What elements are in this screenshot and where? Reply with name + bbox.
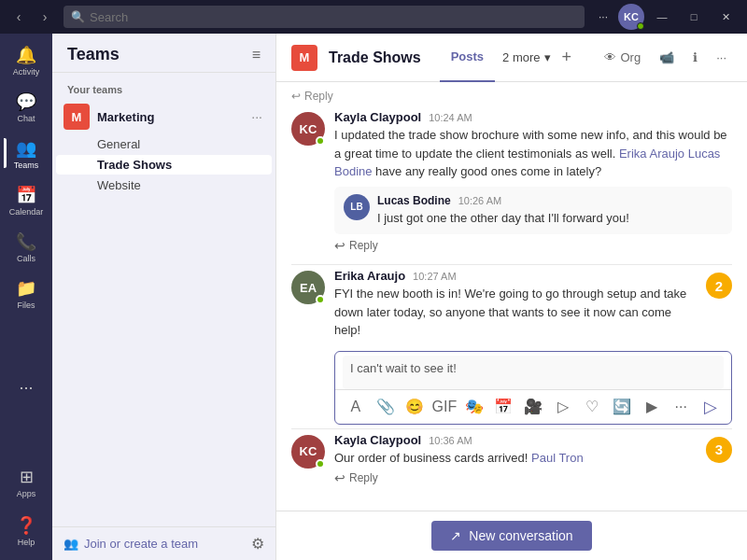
channel-avatar: M <box>291 45 317 71</box>
main-layout: 🔔 Activity 💬 Chat 👥 Teams 📅 Calendar 📞 C… <box>0 34 747 560</box>
messages-area[interactable]: ↩ Reply KC Kayla Claypool 10:24 AM I upd… <box>276 82 747 511</box>
team-item-marketing[interactable]: M Marketing ··· <box>56 100 272 133</box>
reply-button[interactable]: ↩ Reply <box>334 238 378 253</box>
tab-more[interactable]: 2 more ▾ <box>495 34 557 82</box>
sidebar-item-files[interactable]: 📁 Files <box>4 273 49 315</box>
info-button[interactable]: ℹ <box>687 47 703 68</box>
back-button[interactable]: ‹ <box>7 6 30 28</box>
reply-line: ↩ Reply <box>291 90 732 103</box>
main-content: M Trade Shows Posts 2 more ▾ + 👁 Org 📹 <box>276 34 747 560</box>
meet-button[interactable]: 🎥 <box>520 394 546 420</box>
channel-item-general[interactable]: General <box>56 134 272 154</box>
tab-posts[interactable]: Posts <box>440 34 495 82</box>
message-text: FYI the new booth is in! We're going to … <box>334 285 697 340</box>
forward-button[interactable]: › <box>34 6 56 28</box>
search-wrap: 🔍 <box>63 6 585 28</box>
gif-button[interactable]: GIF <box>431 394 458 420</box>
sidebar-item-apps[interactable]: ⊞ Apps <box>4 461 49 504</box>
send-button[interactable]: ▷ <box>698 394 724 420</box>
sidebar-item-teams[interactable]: 👥 Teams <box>4 133 49 175</box>
sidebar-item-activity[interactable]: 🔔 Activity <box>4 39 49 82</box>
header-actions: 👁 Org 📹 ℹ ··· <box>599 47 732 68</box>
message-author: Erika Araujo <box>334 269 405 283</box>
nested-author: Lucas Bodine <box>377 194 451 207</box>
nested-time: 10:26 AM <box>458 195 501 206</box>
mention-paultron[interactable]: Paul Tron <box>531 451 584 465</box>
apps-icon: ⊞ <box>20 467 34 487</box>
compose-toolbar: A 📎 😊 GIF 🎭 📅 🎥 ▷ ♡ 🔄 ▶ ··· ▷ <box>335 389 731 424</box>
message-group: KC Kayla Claypool 10:24 AM I updated the… <box>291 110 732 253</box>
stream-button[interactable]: ▶ <box>639 394 665 420</box>
more-format-button[interactable]: ··· <box>668 394 694 420</box>
team-more-button[interactable]: ··· <box>249 107 264 126</box>
team-name: Marketing <box>97 110 242 124</box>
reply-arrow-icon: ↩ <box>291 90 301 103</box>
avatar[interactable]: KC <box>618 4 644 30</box>
online-indicator <box>316 295 325 304</box>
mention-erika[interactable]: Erika Araujo <box>619 147 684 161</box>
message-time: 10:24 AM <box>429 112 472 123</box>
calls-icon: 📞 <box>16 231 36 252</box>
channel-item-website[interactable]: Website <box>56 175 272 195</box>
org-button[interactable]: 👁 Org <box>599 47 646 68</box>
files-icon: 📁 <box>16 278 36 299</box>
chat-icon: 💬 <box>16 91 36 112</box>
channel-header: M Trade Shows Posts 2 more ▾ + 👁 Org 📹 <box>276 34 747 82</box>
org-icon: 👁 <box>604 50 616 64</box>
message-author: Kayla Claypool <box>334 433 421 447</box>
help-icon: ❓ <box>16 515 36 536</box>
minimize-button[interactable]: — <box>648 6 676 28</box>
new-conversation-bar: ↗ New conversation <box>276 511 747 560</box>
more-options-button[interactable]: ··· <box>592 6 614 28</box>
join-team-button[interactable]: 👥 Join or create a team <box>63 537 198 551</box>
video-icon: 📹 <box>659 50 674 64</box>
more-icon: ··· <box>19 378 33 398</box>
sidebar-item-chat[interactable]: 💬 Chat <box>4 86 49 129</box>
reply-button[interactable]: ↩ Reply <box>334 470 378 485</box>
message-group: EA Erika Araujo 10:27 AM FYI the new boo… <box>291 269 732 340</box>
sidebar-item-help[interactable]: ❓ Help <box>4 510 49 553</box>
like-button[interactable]: ♡ <box>579 394 605 420</box>
search-input[interactable] <box>63 6 585 28</box>
activity-icon: 🔔 <box>16 45 36 65</box>
teams-icon: 👥 <box>16 138 36 159</box>
maximize-button[interactable]: □ <box>680 6 708 28</box>
channel-item-tradeshows[interactable]: Trade Shows <box>56 155 272 175</box>
online-indicator <box>637 22 644 30</box>
message-header: Kayla Claypool 10:36 AM <box>334 433 697 447</box>
sidebar-item-more[interactable]: ··· <box>4 372 49 403</box>
sidebar-filter-button[interactable]: ≡ <box>252 47 261 63</box>
video-button[interactable]: 📹 <box>654 47 680 68</box>
new-conversation-button[interactable]: ↗ New conversation <box>431 521 591 551</box>
sidebar-item-calls[interactable]: 📞 Calls <box>4 226 49 269</box>
sticker-button[interactable]: 🎭 <box>461 394 487 420</box>
attach-button[interactable]: 📎 <box>373 394 399 420</box>
send-area: ▷ <box>698 394 724 420</box>
compose-text[interactable]: I can't wait to see it! <box>343 356 724 389</box>
new-conversation-label: New conversation <box>469 528 572 543</box>
close-button[interactable]: ✕ <box>712 6 740 28</box>
message-header: Kayla Claypool 10:24 AM <box>334 110 732 124</box>
emoji-button[interactable]: 😊 <box>402 394 428 420</box>
sidebar-content: Your teams M Marketing ··· General Trade… <box>52 73 275 526</box>
schedule-button[interactable]: 📅 <box>490 394 516 420</box>
sidebar-header: Teams ≡ <box>52 34 275 73</box>
sidebar: Teams ≡ Your teams M Marketing ··· Gener… <box>52 34 276 560</box>
message-group: KC Kayla Claypool 10:36 AM Our order of … <box>291 433 732 486</box>
badge-2: 2 <box>706 273 732 299</box>
online-indicator <box>316 136 325 146</box>
message-time: 10:27 AM <box>413 271 456 282</box>
more-actions-button[interactable]: ··· <box>711 47 732 68</box>
add-tab-button[interactable]: + <box>562 48 572 67</box>
settings-button[interactable]: ⚙ <box>251 535 264 553</box>
sidebar-item-calendar[interactable]: 📅 Calendar <box>4 179 49 222</box>
nested-text: I just got one the other day that I'll f… <box>377 209 629 228</box>
online-indicator <box>316 459 325 469</box>
message-author: Kayla Claypool <box>334 110 421 124</box>
info-icon: ℹ <box>693 50 698 64</box>
audio-button[interactable]: ▷ <box>550 394 576 420</box>
message-header: Erika Araujo 10:27 AM <box>334 269 697 283</box>
loop-button[interactable]: 🔄 <box>609 394 635 420</box>
nested-message: LB Lucas Bodine 10:26 AM I just got one … <box>334 187 732 235</box>
format-button[interactable]: A <box>343 394 369 420</box>
